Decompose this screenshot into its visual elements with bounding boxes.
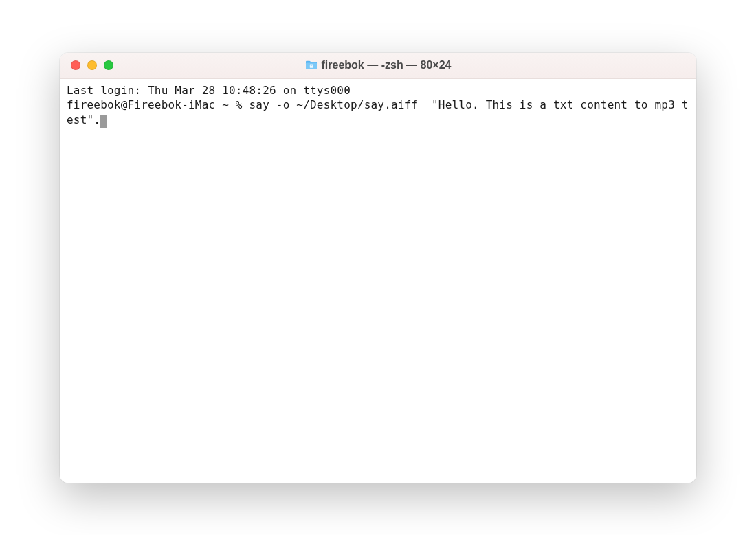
- folder-icon: [305, 60, 318, 70]
- terminal-output-line: Last login: Thu Mar 28 10:48:26 on ttys0…: [67, 83, 689, 98]
- terminal-body[interactable]: Last login: Thu Mar 28 10:48:26 on ttys0…: [60, 79, 696, 483]
- close-button[interactable]: [71, 60, 80, 70]
- traffic-lights: [60, 60, 113, 70]
- terminal-window: fireebok — -zsh — 80×24 Last login: Thu …: [60, 53, 696, 483]
- terminal-prompt: fireebok@Fireebok-iMac ~ %: [67, 98, 249, 111]
- window-title: fireebok — -zsh — 80×24: [322, 59, 452, 71]
- svg-rect-2: [310, 65, 311, 66]
- maximize-button[interactable]: [104, 60, 113, 70]
- title-bar[interactable]: fireebok — -zsh — 80×24: [60, 53, 696, 79]
- cursor: [100, 115, 107, 128]
- svg-rect-1: [309, 65, 312, 68]
- window-title-group: fireebok — -zsh — 80×24: [60, 59, 696, 71]
- minimize-button[interactable]: [87, 60, 97, 70]
